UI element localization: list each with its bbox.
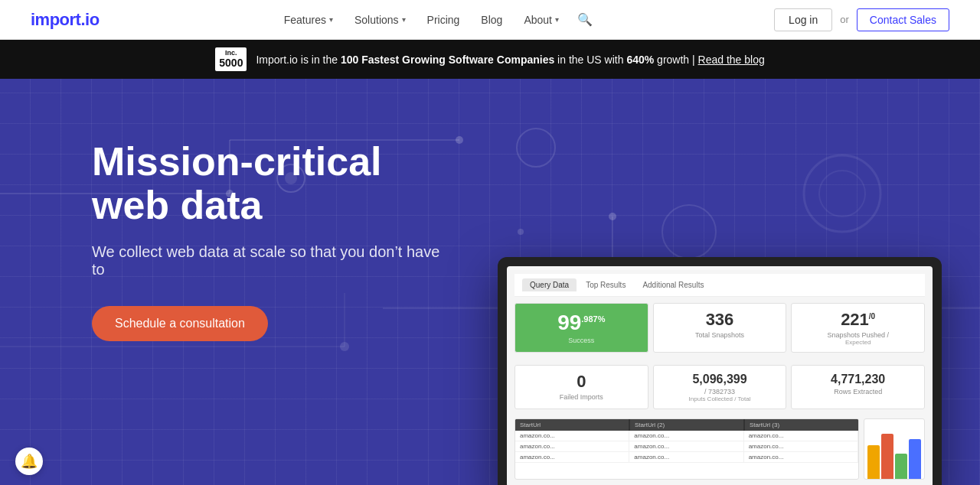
table-row: amazon.co... amazon.co... amazon.co...: [515, 431, 858, 441]
cell: amazon.co...: [515, 431, 629, 441]
pushed-value: 221/0: [799, 310, 916, 330]
nav-item-solutions[interactable]: Solutions ▾: [347, 9, 413, 31]
cell: amazon.co...: [629, 452, 743, 462]
bar-4: [909, 439, 921, 479]
nav-search-item[interactable]: 🔍: [573, 12, 597, 27]
announcement-link[interactable]: Read the blog: [698, 54, 765, 66]
cell: amazon.co...: [629, 431, 743, 441]
table-row: amazon.co... amazon.co... amazon.co...: [515, 441, 858, 452]
bar-2: [881, 434, 893, 479]
cell: amazon.co...: [515, 441, 629, 451]
bar-1: [867, 445, 880, 479]
search-icon[interactable]: 🔍: [573, 8, 597, 31]
contact-sales-button[interactable]: Contact Sales: [857, 8, 949, 31]
nav-link-blog[interactable]: Blog: [473, 9, 510, 31]
logo[interactable]: import.io: [31, 10, 100, 30]
hero-subtitle: We collect web data at scale so that you…: [92, 243, 444, 278]
nav-actions: Log in or Contact Sales: [774, 8, 949, 31]
dashboard-bottom: StartUrl StartUrl (2) StartUrl (3) amazo…: [514, 418, 925, 480]
tab-top-results[interactable]: Top Results: [578, 278, 633, 291]
failed-label: Failed Imports: [523, 393, 640, 401]
nav-links: Features ▾ Solutions ▾ Pricing Blog Abou…: [276, 9, 597, 31]
nav-link-solutions[interactable]: Solutions ▾: [347, 9, 413, 31]
failed-value: 0: [523, 372, 640, 392]
tab-additional-results[interactable]: Additional Results: [635, 278, 711, 291]
inc-badge: Inc. 5000: [215, 47, 247, 71]
stat-card-rows: 4,771,230 Rows Extracted: [791, 365, 925, 409]
stat-card-failed: 0 Failed Imports: [514, 365, 648, 409]
chevron-down-icon: ▾: [402, 15, 406, 24]
success-value: 99.987%: [523, 310, 640, 336]
cell: amazon.co...: [515, 452, 629, 462]
cell: amazon.co...: [629, 441, 743, 451]
cell: amazon.co...: [744, 431, 858, 441]
dashboard-stats-row2: 0 Failed Imports 5,096,399 / 7382733 Inp…: [514, 359, 925, 415]
inputs-sublabel: Inputs Collected / Total: [662, 395, 779, 402]
announcement-text: Import.io is in the 100 Fastest Growing …: [256, 54, 764, 66]
dashboard-stats-row1: 99.987% Success 336 Total Snapshots 221/…: [514, 297, 925, 359]
stat-card-success: 99.987% Success: [514, 303, 648, 353]
login-button[interactable]: Log in: [774, 8, 832, 31]
success-label: Success: [523, 337, 640, 344]
table-row: amazon.co... amazon.co... amazon.co...: [515, 452, 858, 463]
snapshots-value: 336: [662, 310, 779, 330]
stat-card-snapshots: 336 Total Snapshots: [653, 303, 787, 353]
stat-card-pushed: 221/0 Snapshots Pushed / Expected: [791, 303, 925, 353]
chevron-down-icon: ▾: [329, 15, 333, 24]
dashboard-top-bar: Query Data Top Results Additional Result…: [514, 274, 925, 297]
laptop-outer: Query Data Top Results Additional Result…: [498, 257, 942, 485]
pushed-sublabel: Expected: [799, 339, 916, 346]
dashboard: Query Data Top Results Additional Result…: [507, 266, 933, 485]
nav-item-about[interactable]: About ▾: [516, 9, 567, 31]
rows-label: Rows Extracted: [799, 388, 916, 395]
svg-point-4: [804, 155, 880, 232]
hero-title: Mission-critical web data: [92, 140, 444, 227]
svg-point-3: [662, 205, 716, 259]
col-header-3: StartUrl (3): [745, 419, 858, 431]
schedule-consultation-button[interactable]: Schedule a consultation: [92, 306, 268, 341]
cell: amazon.co...: [744, 452, 858, 462]
cell: amazon.co...: [744, 441, 858, 451]
table-header: StartUrl StartUrl (2) StartUrl (3): [515, 419, 858, 431]
nav-or-text: or: [840, 14, 849, 25]
tab-query-data[interactable]: Query Data: [522, 278, 577, 291]
nav-link-pricing[interactable]: Pricing: [420, 9, 468, 31]
bar-3: [895, 454, 907, 479]
bell-icon: 🔔: [21, 453, 38, 470]
col-header-1: StartUrl: [515, 419, 629, 431]
navbar: import.io Features ▾ Solutions ▾ Pricing…: [0, 0, 980, 40]
nav-link-about[interactable]: About ▾: [516, 9, 567, 31]
nav-item-blog[interactable]: Blog: [473, 9, 510, 31]
bar-chart: [864, 418, 925, 480]
nav-item-features[interactable]: Features ▾: [276, 9, 341, 31]
nav-item-pricing[interactable]: Pricing: [420, 9, 468, 31]
chevron-down-icon: ▾: [555, 15, 559, 24]
dashboard-tabs: Query Data Top Results Additional Result…: [522, 278, 711, 291]
announcement-bar: Inc. 5000 Import.io is in the 100 Fastes…: [0, 40, 980, 79]
nav-link-features[interactable]: Features ▾: [276, 9, 341, 31]
svg-point-14: [609, 213, 616, 220]
laptop-screen: Query Data Top Results Additional Result…: [507, 266, 933, 485]
pushed-label: Snapshots Pushed /: [799, 331, 916, 339]
snapshots-label: Total Snapshots: [662, 331, 779, 339]
hero-content: Mission-critical web data We collect web…: [0, 79, 536, 371]
rows-value: 4,771,230: [799, 372, 916, 386]
col-header-2: StartUrl (2): [630, 419, 743, 431]
inputs-label: / 7382733: [662, 388, 779, 395]
svg-point-5: [819, 171, 865, 216]
dashboard-table: StartUrl StartUrl (2) StartUrl (3) amazo…: [514, 418, 859, 480]
hero-section: Mission-critical web data We collect web…: [0, 79, 980, 485]
laptop-mockup: Query Data Top Results Additional Result…: [498, 257, 942, 485]
inputs-value: 5,096,399: [662, 372, 779, 386]
stat-card-inputs: 5,096,399 / 7382733 Inputs Collected / T…: [653, 365, 787, 409]
